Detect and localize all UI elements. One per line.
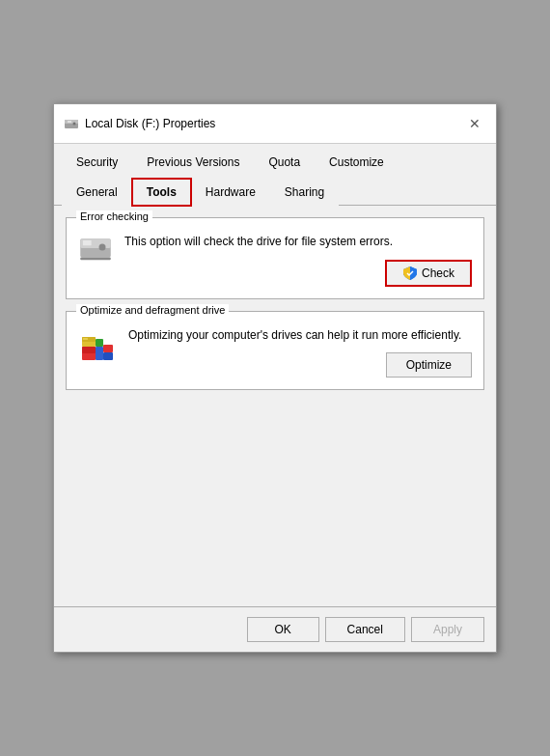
- bottom-bar: OK Cancel Apply: [54, 606, 496, 652]
- close-button[interactable]: ✕: [463, 112, 486, 135]
- svg-rect-6: [83, 240, 92, 245]
- svg-rect-2: [68, 121, 71, 123]
- svg-rect-16: [103, 345, 113, 352]
- tabs-container: Security Previous Versions Quota Customi…: [54, 144, 496, 206]
- tab-quota[interactable]: Quota: [254, 149, 315, 175]
- error-checking-group: Error checking This option will check th…: [66, 217, 484, 299]
- optimize-label: Optimize and defragment drive: [76, 304, 229, 316]
- cancel-button[interactable]: Cancel: [325, 617, 405, 642]
- check-button[interactable]: Check: [385, 260, 472, 287]
- optimize-text-area: Optimizing your computer's drives can he…: [128, 327, 472, 378]
- tabs-row-1: Security Previous Versions Quota Customi…: [54, 144, 496, 174]
- tab-tools[interactable]: Tools: [132, 179, 191, 206]
- svg-rect-13: [96, 339, 103, 347]
- tab-security[interactable]: Security: [62, 149, 132, 175]
- title-bar-left: Local Disk (F:) Properties: [64, 116, 215, 131]
- content-spacer: [54, 413, 496, 606]
- optimize-description: Optimizing your computer's drives can he…: [128, 327, 472, 344]
- tab-previous-versions[interactable]: Previous Versions: [132, 149, 254, 175]
- tab-hardware[interactable]: Hardware: [191, 179, 270, 206]
- svg-rect-17: [83, 338, 88, 340]
- apply-button[interactable]: Apply: [411, 617, 484, 642]
- ok-button[interactable]: OK: [247, 617, 319, 642]
- drive-icon: [78, 234, 113, 261]
- window-title: Local Disk (F:) Properties: [85, 117, 215, 130]
- properties-window: Local Disk (F:) Properties ✕ Security Pr…: [53, 103, 497, 654]
- error-checking-button-row: Check: [124, 260, 472, 287]
- error-checking-content: This option will check the drive for fil…: [78, 234, 472, 287]
- error-checking-description: This option will check the drive for fil…: [124, 234, 472, 250]
- tabs-row-2: General Tools Hardware Sharing: [54, 174, 496, 206]
- disk-icon: [64, 116, 79, 131]
- optimize-button[interactable]: Optimize: [386, 352, 472, 378]
- tab-customize[interactable]: Customize: [315, 149, 399, 175]
- tab-general[interactable]: General: [62, 179, 132, 206]
- check-button-label: Check: [422, 266, 454, 280]
- svg-rect-12: [103, 352, 113, 360]
- optimize-content: Optimizing your computer's drives can he…: [78, 327, 472, 378]
- svg-point-3: [73, 122, 76, 125]
- tab-sharing[interactable]: Sharing: [270, 179, 339, 206]
- svg-rect-8: [80, 257, 111, 260]
- error-checking-label: Error checking: [76, 210, 152, 222]
- svg-rect-10: [82, 347, 96, 353]
- shield-icon: [402, 266, 418, 281]
- tab-content: Error checking This option will check th…: [54, 206, 496, 414]
- svg-rect-11: [96, 347, 103, 360]
- error-checking-text-area: This option will check the drive for fil…: [124, 234, 472, 287]
- optimize-group: Optimize and defragment drive: [66, 311, 484, 391]
- defrag-icon: [78, 327, 117, 366]
- title-bar: Local Disk (F:) Properties ✕: [54, 104, 496, 144]
- svg-point-7: [99, 243, 106, 250]
- optimize-button-row: Optimize: [128, 352, 472, 378]
